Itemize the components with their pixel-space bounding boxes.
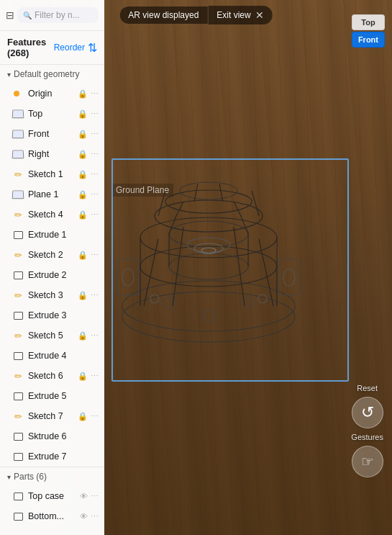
features-header: Features (268) Reorder ⇅ xyxy=(0,31,104,65)
sort-icon[interactable]: ⇅ xyxy=(88,41,97,55)
extrude-icon xyxy=(12,451,24,462)
lock-icon[interactable]: 🔒 xyxy=(78,372,88,381)
view-cube-front[interactable]: Front xyxy=(352,32,385,48)
feature-label: Sketch 2 xyxy=(28,250,78,260)
search-box[interactable]: 🔍 Filter by n... xyxy=(17,7,99,23)
list-item[interactable]: Extrude 2 xyxy=(0,265,104,285)
gestures-label: Gestures xyxy=(351,433,383,441)
filter-icon[interactable]: ⊟ xyxy=(6,9,14,21)
gestures-button[interactable]: ☞ xyxy=(352,446,383,477)
reorder-button[interactable]: Reorder xyxy=(54,42,85,53)
ar-exit-button[interactable]: Exit view ✕ xyxy=(207,6,272,24)
more-icon[interactable]: ⋯ xyxy=(91,291,99,300)
more-icon[interactable]: ⋯ xyxy=(91,130,99,139)
list-item[interactable]: Front 🔒 ⋯ xyxy=(0,124,104,144)
sketch-icon: ✏ xyxy=(12,210,24,220)
list-item[interactable]: Extrude 3 xyxy=(0,305,104,325)
list-item[interactable]: ✏ Sketch 5 🔒 ⋯ xyxy=(0,325,104,346)
list-item[interactable]: Extrude 5 xyxy=(0,386,104,406)
lock-icon[interactable]: 🔒 xyxy=(78,109,88,119)
lock-icon[interactable]: 🔒 xyxy=(78,89,88,99)
feature-label: Sketch 3 xyxy=(28,290,78,300)
list-item[interactable]: Top 🔒 ⋯ xyxy=(0,104,104,124)
feature-label: Sketch 5 xyxy=(28,331,78,341)
default-geometry-group[interactable]: ▾ Default geometry xyxy=(0,65,104,84)
parts-group-header[interactable]: ▾Parts (6) xyxy=(0,467,104,486)
list-item[interactable]: Right 🔒 ⋯ xyxy=(0,144,104,164)
more-icon[interactable]: ⋯ xyxy=(91,190,99,199)
sketch-icon: ✏ xyxy=(12,250,24,260)
list-item[interactable]: Sktrude 6 xyxy=(0,426,104,446)
plane-icon xyxy=(12,149,24,159)
eye-icon[interactable]: 👁 xyxy=(80,512,88,521)
more-icon[interactable]: ⋯ xyxy=(91,512,99,521)
group-label: Default geometry xyxy=(14,69,79,79)
lock-icon[interactable]: 🔒 xyxy=(78,251,88,260)
more-icon[interactable]: ⋯ xyxy=(91,412,99,421)
more-icon[interactable]: ⋯ xyxy=(91,109,99,119)
view-cube-top[interactable]: Top xyxy=(352,14,385,30)
extrude-icon xyxy=(12,230,24,240)
more-icon[interactable]: ⋯ xyxy=(91,210,99,220)
reset-button[interactable]: ↺ xyxy=(352,397,383,428)
search-input-placeholder: Filter by n... xyxy=(35,10,80,20)
list-item[interactable]: Extrude 7 xyxy=(0,446,104,467)
list-item[interactable]: Extrude 1 xyxy=(0,225,104,245)
close-icon: ✕ xyxy=(255,9,264,21)
lock-icon[interactable]: 🔒 xyxy=(78,170,88,179)
sketch-icon: ✏ xyxy=(12,290,24,300)
feature-label: Extrude 4 xyxy=(28,351,99,361)
ar-top-bar: AR view displayed Exit view ✕ xyxy=(119,6,272,24)
more-icon[interactable]: ⋯ xyxy=(91,170,99,179)
lock-icon[interactable]: 🔒 xyxy=(78,291,88,300)
ar-displayed-badge: AR view displayed xyxy=(119,6,207,24)
extrude-icon xyxy=(12,431,24,441)
right-controls: Reset ↺ Gestures ☞ xyxy=(351,384,383,477)
extrude-icon xyxy=(12,351,24,361)
lock-icon[interactable]: 🔒 xyxy=(78,190,88,199)
list-item[interactable]: Origin 🔒 ⋯ xyxy=(0,84,104,104)
eye-icon[interactable]: 👁 xyxy=(80,492,88,500)
extrude-icon xyxy=(12,270,24,280)
plane-icon xyxy=(12,129,24,139)
feature-label: Bottom... xyxy=(28,511,80,521)
chevron-down-icon: ▾ xyxy=(7,473,11,481)
list-item[interactable]: Extrude 4 xyxy=(0,346,104,366)
ar-bounding-box xyxy=(111,158,349,382)
lock-icon[interactable]: 🔒 xyxy=(78,210,88,220)
lock-icon[interactable]: 🔒 xyxy=(78,150,88,159)
sketch-icon: ✏ xyxy=(12,331,24,341)
list-item[interactable]: ✏ Sketch 6 🔒 ⋯ xyxy=(0,366,104,386)
feature-label: Plane 1 xyxy=(28,189,78,199)
more-icon[interactable]: ⋯ xyxy=(91,251,99,260)
list-item[interactable]: ✏ Sketch 3 🔒 ⋯ xyxy=(0,285,104,305)
more-icon[interactable]: ⋯ xyxy=(91,372,99,381)
lock-icon[interactable]: 🔒 xyxy=(78,412,88,421)
list-item[interactable]: Top case 👁 ⋯ xyxy=(0,486,104,506)
list-item[interactable]: ✏ Sketch 2 🔒 ⋯ xyxy=(0,245,104,265)
more-icon[interactable]: ⋯ xyxy=(91,89,99,99)
more-icon[interactable]: ⋯ xyxy=(91,150,99,159)
list-item[interactable]: ✏ Sketch 4 🔒 ⋯ xyxy=(0,204,104,225)
sketch-icon: ✏ xyxy=(12,411,24,421)
plane-icon xyxy=(12,109,24,119)
left-panel: ⊟ 🔍 Filter by n... Features (268) Reorde… xyxy=(0,0,104,535)
top-bar: ⊟ 🔍 Filter by n... xyxy=(0,0,104,31)
sketch-icon: ✏ xyxy=(12,371,24,381)
lock-icon[interactable]: 🔒 xyxy=(78,331,88,341)
feature-label: Extrude 1 xyxy=(28,230,99,240)
extrude-icon xyxy=(12,310,24,320)
list-item[interactable]: ✏ Sketch 7 🔒 ⋯ xyxy=(0,406,104,426)
feature-tree: ▾ Default geometry Origin 🔒 ⋯ Top 🔒 ⋯ Fr… xyxy=(0,65,104,535)
more-icon[interactable]: ⋯ xyxy=(91,492,99,501)
list-item[interactable]: ✏ Sketch 1 🔒 ⋯ xyxy=(0,164,104,184)
lock-icon[interactable]: 🔒 xyxy=(78,130,88,139)
feature-label: Top xyxy=(28,109,78,119)
feature-label: Extrude 2 xyxy=(28,270,99,280)
feature-actions: 🔒 ⋯ xyxy=(78,89,99,99)
more-icon[interactable]: ⋯ xyxy=(91,331,99,341)
list-item[interactable]: Bottom... 👁 ⋯ xyxy=(0,506,104,526)
ar-exit-label: Exit view xyxy=(216,10,250,20)
list-item[interactable]: Plane 1 🔒 ⋯ xyxy=(0,184,104,204)
part-icon xyxy=(12,511,24,521)
